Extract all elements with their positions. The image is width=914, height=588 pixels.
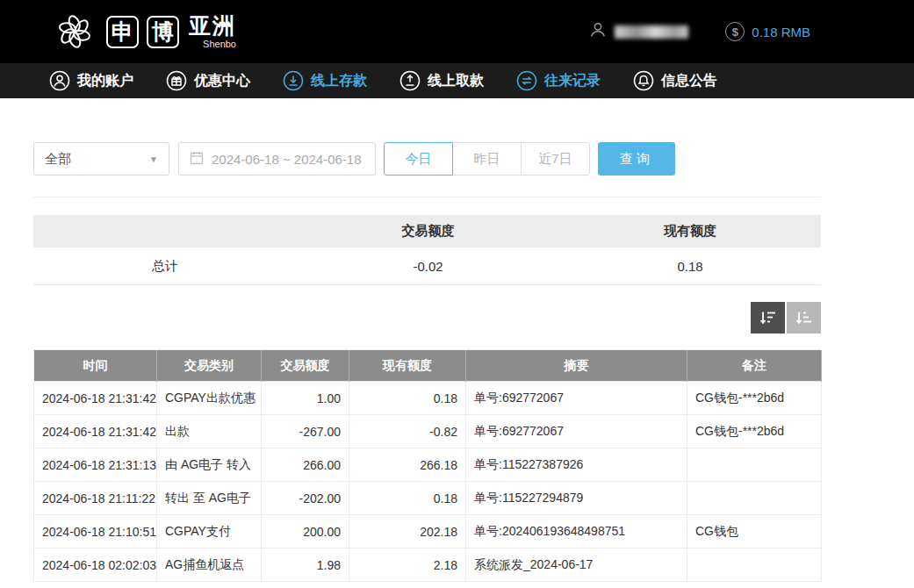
today-button[interactable]: 今日: [384, 142, 453, 176]
nav-label: 我的账户: [77, 72, 133, 90]
nav-item-my-account[interactable]: 我的账户: [49, 70, 133, 91]
main-nav: 我的账户 优惠中心 线上存款 线上: [0, 63, 914, 98]
cell-remark: CG钱包-***2b6d: [687, 382, 822, 415]
last7days-button[interactable]: 近7日: [521, 142, 590, 176]
balance-display[interactable]: $ 0.18 RMB: [725, 22, 810, 41]
user-icon: [49, 70, 70, 91]
date-range-input[interactable]: 2024-06-18 ~ 2024-06-18: [178, 142, 376, 176]
table-row: 2024-06-18 21:31:13 由 AG电子 转入 266.00 266…: [34, 448, 822, 482]
col-header-summary: 摘要: [466, 350, 687, 382]
cell-summary: 单号:692772067: [466, 382, 687, 415]
col-header-amount: 交易额度: [262, 350, 349, 382]
table-row: 2024-06-18 21:10:51 CGPAY支付 200.00 202.1…: [34, 515, 822, 549]
cell-type: CGPAY出款优惠: [157, 382, 262, 415]
cell-type: AG捕鱼机返点: [157, 549, 262, 582]
cell-remark: [687, 482, 822, 515]
account-menu[interactable]: [588, 20, 688, 43]
nav-item-promotions[interactable]: 优惠中心: [166, 70, 250, 91]
cell-type: 转出 至 AG电子: [157, 482, 262, 515]
nav-item-announcements[interactable]: 信息公告: [633, 70, 717, 91]
brand-subtitle: Shenbo: [189, 39, 236, 49]
cell-type: 出款: [157, 415, 262, 448]
cell-balance: -0.82: [349, 415, 466, 448]
transactions-table: 时间 交易类别 交易额度 现有额度 摘要 备注 2024-06-18 21:31…: [33, 349, 822, 582]
table-row: 2024-06-18 02:02:03 AG捕鱼机返点 1.98 2.18 系统…: [34, 549, 822, 582]
cell-time: 2024-06-18 21:11:22: [34, 482, 157, 515]
cell-amount: 1.00: [262, 382, 349, 415]
cell-summary: 系统派发_2024-06-17: [466, 549, 687, 582]
sort-ascending-icon: [795, 310, 813, 326]
brand-region-text: 亚洲: [189, 15, 236, 37]
cell-summary: 单号:202406193648498751: [466, 515, 687, 549]
chevron-down-icon: ▼: [149, 154, 158, 164]
col-header-remark: 备注: [687, 350, 822, 382]
summary-header-balance: 现有额度: [559, 223, 821, 240]
nav-item-online-withdrawal[interactable]: 线上取款: [399, 70, 484, 91]
brand-char-2: 博: [147, 16, 179, 48]
cell-balance: 266.18: [349, 448, 466, 482]
cell-type: CGPAY支付: [157, 515, 262, 549]
filter-bar: 全部 ▼ 2024-06-18 ~ 2024-06-18 今日 昨日 近7日 查…: [33, 142, 821, 176]
nav-item-online-deposit[interactable]: 线上存款: [283, 70, 367, 91]
col-header-time: 时间: [34, 350, 157, 382]
yesterday-button[interactable]: 昨日: [452, 142, 522, 176]
main-content: 全部 ▼ 2024-06-18 ~ 2024-06-18 今日 昨日 近7日 查…: [33, 142, 821, 582]
cell-summary: 单号:692772067: [466, 415, 687, 448]
cell-time: 2024-06-18 21:31:42: [34, 415, 157, 448]
summary-total-label: 总计: [33, 258, 297, 275]
cell-amount: 266.00: [262, 448, 349, 482]
cell-amount: -202.00: [262, 482, 349, 515]
cell-amount: -267.00: [262, 415, 349, 448]
summary-transaction-total: -0.02: [297, 259, 559, 274]
table-row: 2024-06-18 21:11:22 转出 至 AG电子 -202.00 0.…: [34, 482, 822, 515]
type-select-value: 全部: [45, 151, 71, 168]
sort-controls: [33, 302, 821, 333]
balance-amount: 0.18 RMB: [752, 25, 810, 39]
announcement-icon: [633, 70, 654, 91]
summary-header-row: 交易额度 现有额度: [33, 215, 821, 247]
cell-balance: 202.18: [349, 515, 466, 549]
sort-descending-button[interactable]: [751, 302, 785, 333]
summary-total-row: 总计 -0.02 0.18: [33, 247, 821, 285]
summary-header-transaction: 交易额度: [297, 223, 559, 240]
cell-amount: 200.00: [262, 515, 349, 549]
type-select[interactable]: 全部 ▼: [33, 142, 169, 176]
quick-date-buttons: 今日 昨日 近7日: [384, 142, 590, 176]
table-row: 2024-06-18 21:31:42 CGPAY出款优惠 1.00 0.18 …: [34, 382, 822, 415]
brand-region: 亚洲 Shenbo: [189, 15, 236, 49]
nav-label: 优惠中心: [194, 72, 250, 90]
summary-table: 交易额度 现有额度 总计 -0.02 0.18: [33, 215, 821, 285]
sort-ascending-button[interactable]: [787, 302, 821, 333]
cell-time: 2024-06-18 21:10:51: [34, 515, 157, 549]
cell-balance: 0.18: [349, 382, 466, 415]
gift-icon: [166, 70, 187, 91]
cell-amount: 1.98: [262, 549, 349, 582]
withdraw-icon: [399, 70, 421, 91]
section-divider: [33, 197, 821, 197]
cell-time: 2024-06-18 21:31:42: [34, 382, 157, 415]
cell-remark: CG钱包-***2b6d: [687, 415, 822, 448]
nav-item-transaction-records[interactable]: 往来记录: [516, 70, 601, 91]
cell-balance: 0.18: [349, 482, 466, 515]
brand-char-1: 申: [106, 16, 139, 48]
cell-summary: 单号:115227294879: [466, 482, 687, 515]
col-header-type: 交易类别: [157, 350, 262, 382]
calendar-icon: [190, 151, 204, 168]
dollar-icon: $: [725, 22, 745, 41]
topbar-right: $ 0.18 RMB: [588, 20, 810, 43]
brand-logo: 申 博 亚洲 Shenbo: [51, 8, 236, 55]
sort-descending-icon: [759, 310, 777, 326]
records-icon: [516, 70, 537, 91]
top-bar: 申 博 亚洲 Shenbo $ 0.18 RMB: [0, 0, 914, 63]
cell-remark: CG钱包: [687, 515, 822, 549]
table-header-row: 时间 交易类别 交易额度 现有额度 摘要 备注: [34, 350, 822, 382]
cell-balance: 2.18: [349, 549, 466, 582]
date-range-value: 2024-06-18 ~ 2024-06-18: [212, 152, 362, 167]
cell-remark: [687, 448, 822, 482]
nav-label: 线上存款: [311, 72, 367, 90]
cell-time: 2024-06-18 21:31:13: [34, 448, 157, 482]
cell-remark: [687, 549, 822, 582]
user-icon: [588, 20, 608, 43]
query-button[interactable]: 查询: [598, 142, 675, 176]
username-blurred: [615, 25, 688, 39]
